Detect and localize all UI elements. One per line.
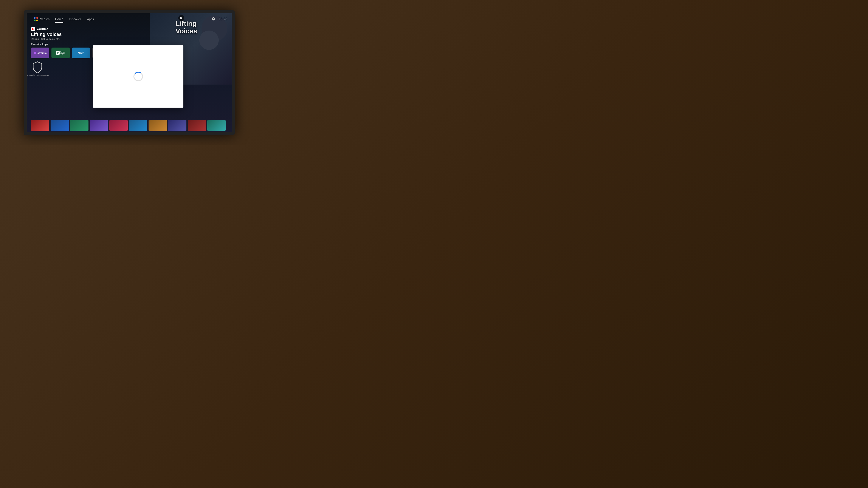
youtube-icon <box>31 27 35 31</box>
thumbnail-6[interactable] <box>129 120 147 131</box>
youtube-subtitle: Raising Black voices of str... <box>31 38 227 40</box>
thumbnail-5[interactable] <box>110 120 128 131</box>
stremio-text: stremio <box>37 52 47 54</box>
dreamlink-label: DREAMLINK <box>79 52 84 55</box>
lazymedia-label: LazyMedia Deluxe · History <box>27 74 49 76</box>
app-stremio[interactable]: stremio <box>31 47 49 58</box>
youtube-section: YouTube Lifting Voices Raising Black voi… <box>31 27 227 40</box>
svg-marker-4 <box>34 52 37 54</box>
search-label: Search <box>40 18 50 21</box>
thumbnail-7[interactable] <box>149 120 167 131</box>
shield-icon-wrap: LazyMedia Deluxe · History <box>31 61 44 76</box>
nav-apps[interactable]: Apps <box>84 16 97 23</box>
svg-point-0 <box>34 17 35 19</box>
thumbnail-8[interactable] <box>168 120 186 131</box>
loading-modal <box>93 45 183 107</box>
app-perfectplayer[interactable]: P PerfectPlayer <box>52 47 70 58</box>
loading-spinner <box>133 72 143 81</box>
search-button[interactable]: Search <box>31 15 52 23</box>
perfectplayer-text: PerfectPlayer <box>60 51 65 55</box>
thumbnail-9[interactable] <box>188 120 206 131</box>
nav-right-area: 18:23 <box>211 17 227 22</box>
time-display: 18:23 <box>219 17 227 21</box>
thumbnail-4[interactable] <box>90 120 108 131</box>
youtube-logo: YouTube <box>31 27 227 31</box>
shield-icon <box>32 61 42 73</box>
navigation-bar: Search Home Discover Apps 18:23 <box>27 13 231 25</box>
tv-screen: Lifting Voices Search Home Discover <box>27 13 231 132</box>
app-dreamlink[interactable]: DREAMLINK <box>72 47 90 58</box>
thumbnails-row <box>31 120 227 131</box>
nav-discover[interactable]: Discover <box>66 16 84 23</box>
nav-home[interactable]: Home <box>52 16 66 23</box>
tv-frame: Lifting Voices Search Home Discover <box>24 10 235 135</box>
youtube-logo-text: YouTube <box>37 27 48 31</box>
svg-point-1 <box>36 17 38 19</box>
stremio-diamond-icon <box>34 52 37 55</box>
thumbnail-2[interactable] <box>51 120 69 131</box>
google-assistant-icon <box>34 17 38 22</box>
thumbnail-10[interactable] <box>207 120 226 131</box>
perfectplayer-icon: P <box>56 51 60 55</box>
svg-point-2 <box>34 20 35 21</box>
stremio-logo: stremio <box>34 52 47 55</box>
thumbnail-3[interactable] <box>70 120 89 131</box>
svg-point-3 <box>36 20 38 21</box>
youtube-play-triangle <box>32 28 34 30</box>
thumbnail-1[interactable] <box>31 120 49 131</box>
youtube-title: Lifting Voices <box>31 32 227 37</box>
settings-icon[interactable] <box>211 17 216 22</box>
